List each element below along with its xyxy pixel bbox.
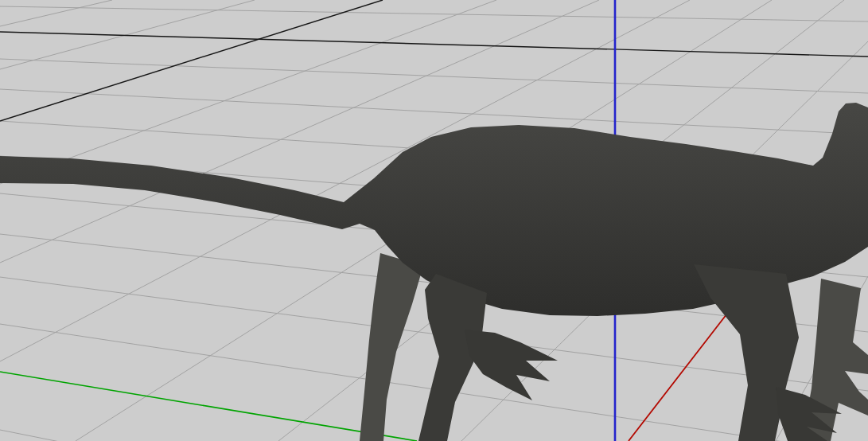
3d-viewport[interactable] <box>0 0 868 441</box>
scene-canvas[interactable] <box>0 0 868 441</box>
